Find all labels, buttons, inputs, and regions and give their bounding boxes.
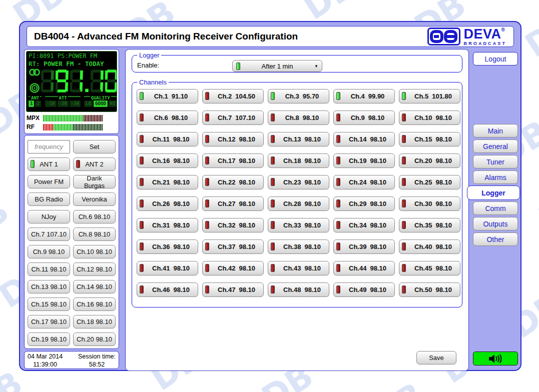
channel-status-led xyxy=(271,135,275,143)
listen-button[interactable] xyxy=(473,352,518,366)
preset-button[interactable]: Veronika xyxy=(73,192,116,206)
sidebar-menu-item[interactable]: Logger xyxy=(467,186,520,200)
set-button[interactable]: Set xyxy=(73,140,116,154)
preset-button[interactable]: Ch.9 98.10 xyxy=(28,245,70,258)
channel-button[interactable]: Ch.17 98.10 xyxy=(202,154,264,168)
sidebar-menu-item[interactable]: Outputs xyxy=(473,217,518,230)
channel-button[interactable]: Ch.27 98.10 xyxy=(202,196,264,211)
channel-button[interactable]: Ch.46 98.10 xyxy=(137,282,198,297)
antenna-button[interactable]: ANT 2 xyxy=(73,158,116,171)
save-button[interactable]: Save xyxy=(416,351,456,364)
channel-button[interactable]: Ch.47 98.10 xyxy=(202,282,264,297)
preset-button[interactable]: Ch.19 98.10 xyxy=(28,332,70,346)
frequency-input[interactable] xyxy=(28,140,70,154)
logger-group: Logger Enable: After 1 min ▼ xyxy=(132,52,462,72)
channel-status-led xyxy=(205,264,209,272)
channel-button[interactable]: Ch.39 98.10 xyxy=(333,240,395,254)
preset-button[interactable]: Ch.10 98.10 xyxy=(73,245,116,258)
channel-button[interactable]: Ch.35 98.10 xyxy=(399,218,460,232)
channel-button[interactable]: Ch.3 95.70 xyxy=(268,89,329,104)
preset-button[interactable]: Ch.17 98.10 xyxy=(28,315,70,328)
channel-button[interactable]: Ch.23 98.10 xyxy=(268,175,329,190)
channel-button[interactable]: Ch.33 98.10 xyxy=(268,218,329,232)
preset-button[interactable]: NJoy xyxy=(28,210,70,224)
channel-button[interactable]: Ch.41 98.10 xyxy=(137,261,198,276)
preset-button[interactable]: Ch.16 98.10 xyxy=(73,298,116,311)
sidebar-menu-item[interactable]: Tuner xyxy=(473,155,518,168)
sidebar-menu-item[interactable]: General xyxy=(473,140,518,153)
preset-button[interactable]: Ch.7 107.10 xyxy=(28,228,70,241)
channel-button[interactable]: Ch.49 98.10 xyxy=(333,282,395,297)
channel-button[interactable]: Ch.34 98.10 xyxy=(333,218,395,232)
sidebar-menu-item[interactable]: Alarms xyxy=(473,170,518,184)
preset-button[interactable]: BG Radio xyxy=(28,192,70,206)
channel-button[interactable]: Ch.10 98.10 xyxy=(399,110,460,125)
preset-button[interactable]: Ch.13 98.10 xyxy=(28,280,70,294)
channel-button[interactable]: Ch.44 98.10 xyxy=(333,261,395,276)
channel-button[interactable]: Ch.31 98.10 xyxy=(137,218,198,232)
preset-button[interactable]: Ch.8 98.10 xyxy=(73,228,116,241)
rt-label: RT: xyxy=(29,60,40,68)
channel-button[interactable]: Ch.20 98.10 xyxy=(399,154,460,168)
channel-button[interactable]: Ch.40 98.10 xyxy=(399,240,460,254)
sidebar-menu-item[interactable]: Comm xyxy=(473,202,518,215)
channel-button[interactable]: Ch.38 98.10 xyxy=(268,240,329,254)
channel-button[interactable]: Ch.21 98.10 xyxy=(137,175,198,190)
channel-button[interactable]: Ch.1 91.10 xyxy=(137,89,198,104)
channel-name: Ch.43 xyxy=(283,264,301,272)
channel-name: Ch.33 xyxy=(283,222,301,229)
channel-button[interactable]: Ch.9 98.10 xyxy=(333,110,395,125)
channel-button[interactable]: Ch.15 98.10 xyxy=(399,132,460,146)
channel-status-led xyxy=(205,221,209,229)
channel-button[interactable]: Ch.48 98.10 xyxy=(268,282,329,297)
preset-button[interactable]: Darik Burgas xyxy=(73,175,116,188)
channel-button[interactable]: Ch.45 98.10 xyxy=(399,261,460,276)
channel-button[interactable]: Ch.11 98.10 xyxy=(137,132,198,146)
channel-button[interactable]: Ch.12 98.10 xyxy=(202,132,264,146)
channel-button[interactable]: Ch.36 98.10 xyxy=(137,240,198,254)
preset-button[interactable]: Ch.11 98.10 xyxy=(28,262,70,276)
channel-button[interactable]: Ch.5 101.80 xyxy=(399,89,460,104)
preset-button[interactable]: Power FM xyxy=(28,175,70,188)
page-title: DB4004 - Advanced FM Monitoring Receiver… xyxy=(34,31,298,42)
channel-frequency: 91.10 xyxy=(172,92,188,100)
channel-button[interactable]: Ch.16 98.10 xyxy=(137,154,198,168)
channel-button[interactable]: Ch.8 98.10 xyxy=(268,110,329,125)
channel-frequency: 98.10 xyxy=(239,200,255,208)
sidebar-menu-item[interactable]: Other xyxy=(473,232,518,246)
channel-button[interactable]: Ch.50 98.10 xyxy=(399,282,460,297)
channel-frequency: 98.10 xyxy=(435,178,452,186)
channel-button[interactable]: Ch.19 98.10 xyxy=(333,154,395,168)
channel-button[interactable]: Ch.26 98.10 xyxy=(137,196,198,211)
channel-button[interactable]: Ch.28 98.10 xyxy=(268,196,329,211)
channel-button[interactable]: Ch.14 98.10 xyxy=(333,132,395,146)
channel-status-led xyxy=(205,156,209,164)
channel-button[interactable]: Ch.22 98.10 xyxy=(202,175,264,190)
preset-button[interactable]: Ch.14 98.10 xyxy=(73,280,116,294)
channel-frequency: 98.10 xyxy=(304,200,321,208)
channel-button[interactable]: Ch.29 98.10 xyxy=(333,196,395,211)
channel-button[interactable]: Ch.4 99.90 xyxy=(333,89,395,104)
channel-button[interactable]: Ch.7 107.10 xyxy=(202,110,264,125)
preset-button[interactable]: Ch.15 98.10 xyxy=(28,298,70,311)
preset-button[interactable]: Ch.18 98.10 xyxy=(73,315,116,328)
channel-button[interactable]: Ch.42 98.10 xyxy=(202,261,264,276)
channel-button[interactable]: Ch.2 104.50 xyxy=(202,89,264,104)
channel-button[interactable]: Ch.25 98.10 xyxy=(399,175,460,190)
sidebar-menu-item[interactable]: Main xyxy=(473,124,518,138)
antenna-button[interactable]: ANT 1 xyxy=(28,158,70,171)
channel-button[interactable]: Ch.37 98.10 xyxy=(202,240,264,254)
channel-button[interactable]: Ch.18 98.10 xyxy=(268,154,329,168)
channel-button[interactable]: Ch.24 98.10 xyxy=(333,175,395,190)
channel-button[interactable]: Ch.6 98.10 xyxy=(137,110,198,125)
mpx-meter-label: MPX xyxy=(27,114,43,122)
channel-button[interactable]: Ch.32 98.10 xyxy=(202,218,264,232)
channel-button[interactable]: Ch.30 98.10 xyxy=(399,196,460,211)
channel-button[interactable]: Ch.13 98.10 xyxy=(268,132,329,146)
channel-button[interactable]: Ch.43 98.10 xyxy=(268,261,329,276)
preset-button[interactable]: Ch.12 98.10 xyxy=(73,262,116,276)
preset-button[interactable]: Ch.20 98.10 xyxy=(73,332,116,346)
logger-enable-dropdown[interactable]: After 1 min ▼ xyxy=(232,60,322,72)
preset-button[interactable]: Ch.6 98.10 xyxy=(73,210,116,224)
logout-button[interactable]: Logout xyxy=(473,52,518,66)
